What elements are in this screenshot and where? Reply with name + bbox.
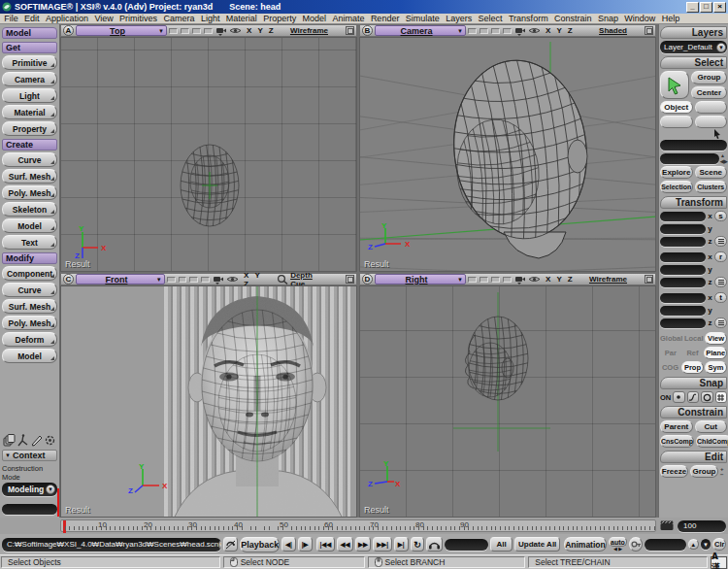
create-curve-button[interactable]: Curve bbox=[2, 152, 57, 167]
scale-z-field[interactable] bbox=[660, 237, 706, 247]
down-arrow-button[interactable]: ▼ bbox=[701, 539, 711, 550]
menu-item[interactable]: Material bbox=[223, 14, 260, 23]
loop-icon[interactable] bbox=[223, 537, 238, 552]
rotate-tool-button[interactable]: r bbox=[714, 251, 727, 262]
mode-view[interactable]: View bbox=[705, 332, 727, 345]
memo-bar[interactable] bbox=[2, 504, 57, 515]
memo-slot[interactable] bbox=[468, 277, 477, 283]
clapboard-icon[interactable] bbox=[660, 520, 675, 531]
translate-x-field[interactable] bbox=[660, 293, 706, 303]
menu-item[interactable]: File bbox=[1, 14, 21, 23]
refresh-icon[interactable]: ↻ bbox=[411, 537, 425, 552]
spinner-arrows-icon[interactable]: ▲ ◀▶ bbox=[720, 152, 727, 164]
plus-minus-icons[interactable]: +− bbox=[720, 466, 727, 478]
viewport-b-view-dropdown[interactable]: Camera ▼ bbox=[375, 25, 466, 36]
memo-slot[interactable] bbox=[480, 277, 488, 283]
snap-curve-icon[interactable] bbox=[687, 391, 699, 403]
viewport-d-letter-button[interactable]: D bbox=[362, 274, 373, 284]
menu-item[interactable]: Render bbox=[368, 14, 403, 23]
playhead[interactable] bbox=[63, 520, 66, 533]
rotate-x-field[interactable] bbox=[660, 252, 706, 262]
key-icon[interactable] bbox=[629, 537, 643, 552]
viewport-b-display-mode[interactable]: Shaded bbox=[599, 26, 627, 35]
edit-header[interactable]: Edit bbox=[660, 451, 727, 463]
constrain-cut-button[interactable]: Cut bbox=[695, 420, 728, 433]
selection-text-field[interactable] bbox=[660, 140, 727, 151]
menu-item[interactable]: Simulate bbox=[403, 14, 443, 23]
create-poly-mesh-button[interactable]: Poly. Mesh bbox=[2, 185, 57, 200]
camera-icon[interactable] bbox=[514, 26, 526, 36]
get-material-button[interactable]: Material bbox=[2, 105, 57, 119]
get-primitive-button[interactable]: Primitive bbox=[2, 55, 57, 70]
camera-icon[interactable] bbox=[215, 26, 227, 36]
menu-item[interactable]: Window bbox=[621, 14, 658, 23]
memo-slot[interactable] bbox=[503, 277, 512, 283]
viewport-a-resize-icon[interactable] bbox=[346, 26, 354, 35]
memo-slot[interactable] bbox=[201, 277, 210, 283]
context-header[interactable]: ▼ Context bbox=[2, 450, 57, 461]
translate-y-field[interactable] bbox=[660, 306, 706, 316]
translate-tool-button[interactable]: t bbox=[714, 292, 727, 303]
select-center-button[interactable]: Center bbox=[691, 86, 727, 100]
viewport-d-canvas[interactable]: Y Z X Result bbox=[359, 285, 656, 518]
translate-options-icon[interactable] bbox=[714, 318, 727, 328]
ime-indicator[interactable]: A漢 bbox=[711, 556, 727, 569]
modify-model-button[interactable]: Model bbox=[2, 349, 57, 363]
modify-curve-button[interactable]: Curve bbox=[2, 283, 57, 297]
mode-ref[interactable]: Ref bbox=[682, 347, 704, 359]
memo-slot[interactable] bbox=[181, 28, 189, 34]
memo-slot[interactable] bbox=[480, 28, 488, 34]
translate-z-field[interactable] bbox=[660, 318, 706, 328]
viewport-b-letter-button[interactable]: B bbox=[362, 25, 373, 36]
autokey-button[interactable]: auto bbox=[609, 537, 627, 547]
autokey-arrows-icon[interactable]: ◀ ▶ bbox=[613, 547, 622, 552]
viewport-a-letter-button[interactable]: A bbox=[63, 25, 74, 36]
play-to-end-button[interactable]: ▶| bbox=[394, 537, 409, 552]
viewport-c-letter-button[interactable]: C bbox=[63, 274, 74, 284]
viewport-b-canvas[interactable]: Y X Z Result bbox=[359, 37, 656, 272]
close-button[interactable]: × bbox=[713, 2, 726, 13]
modify-poly-mesh-button[interactable]: Poly. Mesh bbox=[2, 316, 57, 330]
viewport-a-display-mode[interactable]: Wireframe bbox=[290, 26, 328, 35]
snap-point-icon[interactable] bbox=[673, 391, 684, 403]
memo-slot[interactable] bbox=[491, 28, 500, 34]
memo-slot[interactable] bbox=[169, 28, 178, 34]
memo-slot[interactable] bbox=[167, 277, 176, 283]
get-light-button[interactable]: Light bbox=[2, 88, 57, 103]
select-filter-button[interactable] bbox=[695, 101, 728, 114]
selection-text-field[interactable] bbox=[660, 153, 719, 164]
create-model-button[interactable]: Model bbox=[2, 218, 57, 233]
mode-global[interactable]: Global bbox=[660, 332, 682, 345]
headphones-icon[interactable] bbox=[426, 537, 443, 552]
playback-menu-button[interactable]: Playback bbox=[240, 537, 280, 552]
scene-path-dropdown[interactable]: C:₩Softimage₩XSI_4.0₩Data₩ryan3d₩Scenes₩… bbox=[2, 538, 221, 552]
snap-header[interactable]: Snap bbox=[660, 377, 727, 389]
viewport-b-axis-toggles[interactable]: X Y Z bbox=[546, 26, 575, 35]
menu-item[interactable]: Transform bbox=[506, 14, 551, 23]
eye-icon[interactable] bbox=[528, 275, 541, 284]
edit-group-button[interactable]: Group bbox=[690, 465, 718, 478]
restore-button[interactable]: □ bbox=[700, 2, 712, 13]
vertical-splitter[interactable] bbox=[357, 24, 359, 518]
viewport-a-axis-toggles[interactable]: X Y Z bbox=[247, 26, 276, 35]
animation-field[interactable] bbox=[645, 539, 686, 551]
menu-item[interactable]: Light bbox=[198, 14, 223, 23]
create-surf-mesh-button[interactable]: Surf. Mesh bbox=[2, 169, 57, 184]
memo-slot[interactable] bbox=[192, 28, 201, 34]
horizontal-splitter[interactable] bbox=[60, 272, 656, 273]
pen-icon[interactable] bbox=[30, 434, 43, 447]
viewport-a-canvas[interactable]: Y X Z Result bbox=[60, 37, 357, 272]
menu-item[interactable]: Primitives bbox=[116, 14, 160, 23]
scene-button[interactable]: Scene bbox=[695, 166, 728, 179]
constrain-cnscomp-button[interactable]: CnsComp bbox=[660, 435, 694, 448]
viewport-c-resize-icon[interactable] bbox=[346, 275, 354, 284]
viewport-c-view-dropdown[interactable]: Front ▼ bbox=[76, 274, 165, 284]
stack-icon[interactable] bbox=[3, 434, 16, 447]
viewport-d-resize-icon[interactable] bbox=[645, 275, 653, 284]
clusters-button[interactable]: Clusters bbox=[695, 181, 728, 193]
eye-icon[interactable] bbox=[226, 275, 239, 284]
viewport-a-view-dropdown[interactable]: Top ▼ bbox=[76, 25, 167, 36]
layers-header[interactable]: Layers bbox=[660, 26, 727, 39]
menu-item[interactable]: Snap bbox=[595, 14, 621, 23]
memo-slot[interactable] bbox=[189, 277, 198, 283]
